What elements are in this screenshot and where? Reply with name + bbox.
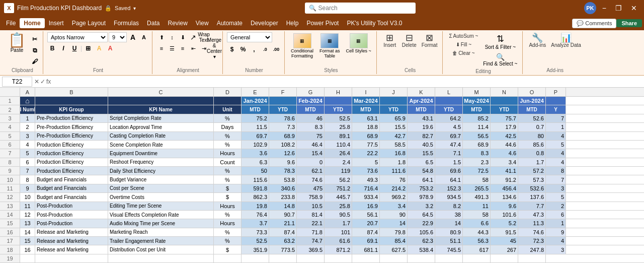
cell-5-k[interactable]: 82.7 bbox=[408, 132, 435, 140]
cell-1-may-end[interactable] bbox=[491, 97, 518, 105]
cell-5-f[interactable]: 68.9 bbox=[269, 132, 297, 140]
cell-16-d[interactable]: % bbox=[214, 228, 242, 236]
cell-1-c[interactable] bbox=[108, 97, 214, 105]
cell-19-g[interactable] bbox=[297, 254, 325, 262]
cell-19-k[interactable] bbox=[408, 254, 435, 262]
rownum-5[interactable]: 5 bbox=[0, 132, 20, 140]
cell-7-b[interactable]: Production Efficiency bbox=[35, 149, 108, 157]
rownum-1[interactable]: 1 bbox=[0, 97, 20, 105]
cell-1-feb-mtd[interactable]: Feb-2024 bbox=[297, 97, 325, 105]
cell-10-m[interactable]: 58 bbox=[463, 175, 491, 183]
cell-2-m[interactable]: MTD bbox=[463, 105, 491, 113]
cell-5-m[interactable]: 56.5 bbox=[463, 132, 491, 140]
cell-5-i[interactable]: 68.9 bbox=[352, 132, 380, 140]
rownum-7[interactable]: 7 bbox=[0, 149, 20, 157]
cell-7-c[interactable]: Equipment Downtime bbox=[108, 149, 214, 157]
cell-6-l[interactable]: 47.4 bbox=[435, 141, 463, 149]
fill-color-button[interactable]: A bbox=[94, 43, 104, 53]
cell-3-d[interactable]: % bbox=[214, 114, 242, 122]
cell-3-i[interactable]: 63.1 bbox=[352, 114, 380, 122]
menu-page-layout[interactable]: Page Layout bbox=[68, 18, 110, 28]
cell-8-j[interactable]: 1.8 bbox=[380, 158, 408, 166]
col-header-d[interactable]: D bbox=[214, 88, 242, 96]
col-header-p[interactable]: P bbox=[546, 88, 566, 96]
cell-3-f[interactable]: 78.6 bbox=[269, 114, 297, 122]
cell-9-k[interactable]: 54.8 bbox=[408, 167, 435, 175]
cell-3-n[interactable]: 75.7 bbox=[491, 114, 518, 122]
cell-18-e[interactable]: 351.9 bbox=[242, 245, 269, 253]
col-header-g[interactable]: G bbox=[297, 88, 325, 96]
cell-6-i[interactable]: 77.5 bbox=[352, 141, 380, 149]
cell-3-a[interactable]: 1 bbox=[20, 114, 35, 122]
cell-1-jan-end[interactable] bbox=[269, 97, 297, 105]
cell-19-l[interactable] bbox=[435, 254, 463, 262]
font-color-button[interactable]: A bbox=[105, 43, 115, 53]
cell-13-i[interactable]: 16.9 bbox=[352, 202, 380, 210]
cell-1-apr-end[interactable] bbox=[435, 97, 463, 105]
cell-3-j[interactable]: 65.9 bbox=[380, 114, 408, 122]
cell-15-i[interactable]: 20.7 bbox=[352, 219, 380, 227]
cell-6-p[interactable]: 5 bbox=[546, 141, 566, 149]
cell-18-b[interactable]: Release and Marketing bbox=[35, 245, 108, 253]
cell-7-n[interactable]: 4.6 bbox=[491, 149, 518, 157]
name-box[interactable] bbox=[2, 77, 32, 87]
align-bottom-button[interactable]: ⬇ bbox=[178, 32, 188, 42]
cut-button[interactable]: ✂ bbox=[30, 34, 40, 44]
format-table-button[interactable]: ▦ Format asTable bbox=[317, 32, 342, 59]
comma-button[interactable]: , bbox=[249, 44, 259, 54]
cell-11-d[interactable]: $ bbox=[214, 184, 242, 192]
cell-1-b[interactable] bbox=[35, 97, 108, 105]
cell-10-n[interactable]: 91.2 bbox=[491, 175, 518, 183]
align-right-button[interactable]: ≡ bbox=[178, 43, 188, 53]
add-ins-button[interactable]: 🔧 Add-ins bbox=[527, 32, 548, 49]
cell-9-e[interactable]: 50 bbox=[242, 167, 269, 175]
cell-18-m[interactable]: 617 bbox=[463, 245, 491, 253]
cell-13-p[interactable]: 2 bbox=[546, 202, 566, 210]
cell-2-c[interactable]: KPI Name bbox=[108, 105, 214, 113]
rownum-9[interactable]: 9 bbox=[0, 167, 20, 175]
cell-9-m[interactable]: 72.5 bbox=[463, 167, 491, 175]
cell-11-k[interactable]: 753.2 bbox=[408, 184, 435, 192]
cell-12-j[interactable]: 969.2 bbox=[380, 193, 408, 201]
rownum-19[interactable]: 19 bbox=[0, 254, 20, 262]
cell-16-m[interactable]: 44.3 bbox=[463, 228, 491, 236]
cell-8-d[interactable]: Count bbox=[214, 158, 242, 166]
col-header-k[interactable]: K bbox=[408, 88, 435, 96]
menu-review[interactable]: Review bbox=[164, 18, 191, 28]
align-center-button[interactable]: ☰ bbox=[167, 43, 177, 53]
cell-13-k[interactable]: 3.2 bbox=[408, 202, 435, 210]
cell-4-n[interactable]: 17.9 bbox=[491, 123, 518, 131]
cell-1-d[interactable] bbox=[214, 97, 242, 105]
cell-5-b[interactable]: Pre-Production Efficiency bbox=[35, 132, 108, 140]
cell-6-e[interactable]: 102.9 bbox=[242, 141, 269, 149]
cell-10-a[interactable]: 8 bbox=[20, 175, 35, 183]
cell-9-o[interactable]: 57.2 bbox=[518, 167, 546, 175]
cell-12-e[interactable]: 862.3 bbox=[242, 193, 269, 201]
cell-7-m[interactable]: 8.3 bbox=[463, 149, 491, 157]
cell-14-c[interactable]: Visual Effects Completion Rate bbox=[108, 211, 214, 219]
cell-2-f[interactable]: YTD bbox=[269, 105, 297, 113]
cell-18-h[interactable]: 871.2 bbox=[325, 245, 352, 253]
cell-12-o[interactable]: 137.6 bbox=[518, 193, 546, 201]
cell-15-n[interactable]: 5.2 bbox=[491, 219, 518, 227]
align-left-button[interactable]: ≡ bbox=[156, 43, 167, 53]
cell-10-f[interactable]: 53.8 bbox=[269, 175, 297, 183]
menu-file[interactable]: File bbox=[2, 18, 20, 28]
cell-15-e[interactable]: 3.7 bbox=[242, 219, 269, 227]
cell-12-c[interactable]: Overtime Costs bbox=[108, 193, 214, 201]
cell-9-f[interactable]: 78.3 bbox=[269, 167, 297, 175]
cell-18-d[interactable]: $ bbox=[214, 245, 242, 253]
cell-7-f[interactable]: 12.6 bbox=[269, 149, 297, 157]
cell-14-e[interactable]: 76.4 bbox=[242, 211, 269, 219]
cell-11-i[interactable]: 716.4 bbox=[352, 184, 380, 192]
cell-15-k[interactable]: 22.9 bbox=[408, 219, 435, 227]
align-middle-button[interactable]: ↕ bbox=[167, 32, 177, 42]
cell-12-p[interactable]: 5 bbox=[546, 193, 566, 201]
cell-7-l[interactable]: 7.1 bbox=[435, 149, 463, 157]
cell-19-j[interactable] bbox=[380, 254, 408, 262]
cell-14-j[interactable]: 90 bbox=[380, 211, 408, 219]
cell-4-d[interactable]: Days bbox=[214, 123, 242, 131]
cell-6-h[interactable]: 110.4 bbox=[325, 141, 352, 149]
cell-11-p[interactable]: 3 bbox=[546, 184, 566, 192]
cell-3-o[interactable]: 52.6 bbox=[518, 114, 546, 122]
